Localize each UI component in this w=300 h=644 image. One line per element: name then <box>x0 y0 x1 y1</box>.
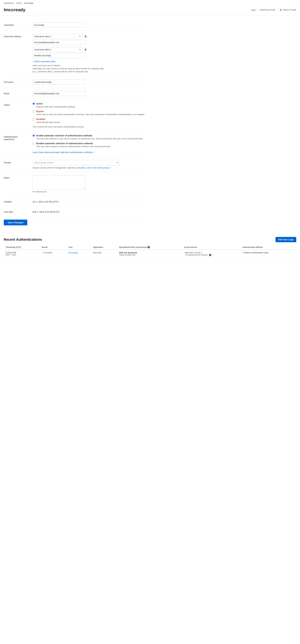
created-value: Jul 1, 2022 2:43 PM (UTC) <box>32 199 146 203</box>
breadcrumb-dashboard[interactable]: Dashboard <box>4 2 14 4</box>
username-aliases-content: Username alias 1 ▼ 🗑 Username alias 2 ▼ <box>32 34 146 73</box>
delete-alias-2-button[interactable]: 🗑 <box>84 48 88 52</box>
email-row: Email <box>4 88 146 99</box>
notes-label: Notes <box>4 175 29 179</box>
col-auth-method: Authentication Method <box>241 245 296 250</box>
auth-option-manual: Disable automatic selection of authentic… <box>32 142 146 148</box>
risk-sub: Newly enrolled user <box>119 254 180 256</box>
status-bypass-radio[interactable] <box>32 110 35 112</box>
header-sep-1: | <box>257 8 258 11</box>
col-application: Application <box>91 245 117 250</box>
cell-access-device: › Mac OS X 10.15.7 As reported by the br… <box>182 250 241 258</box>
status-bypass-label[interactable]: Bypass <box>36 110 44 112</box>
col-access-device: Access Device <box>182 245 241 250</box>
form-container: Username Username aliases Username alias… <box>0 16 150 234</box>
username-aliases-label: Username aliases <box>4 34 29 38</box>
access-device-wrap: › Mac OS X 10.15.7 As reported by the br… <box>184 252 239 256</box>
cell-result: ✓ Enrolled <box>40 250 67 258</box>
auth-manual-desc: This user will be asked to select an aut… <box>36 145 146 148</box>
col-user: User <box>67 245 91 250</box>
result-label: Enrolled <box>44 252 52 254</box>
recent-auth-table: Timestamp (UTC) Result User Application … <box>4 245 296 258</box>
logs-link[interactable]: Logs <box>251 8 256 11</box>
auth-auto-radio[interactable] <box>32 134 35 137</box>
alias-row-1: Username alias 1 ▼ 🗑 <box>32 34 146 39</box>
user-link[interactable]: lmccready <box>69 252 78 254</box>
full-name-input[interactable] <box>32 80 86 84</box>
application-link[interactable]: Web SDK <box>93 252 102 254</box>
groups-select[interactable]: Select group names <box>32 160 120 165</box>
cell-auth-method: › Platform authenticator (2fa) <box>241 250 296 258</box>
username-label: Username <box>4 22 29 26</box>
add-alias-link[interactable]: + Add a username alias <box>32 60 55 63</box>
auth-auto-row: Enable automatic selection of authentica… <box>32 134 146 137</box>
status-active-desc: Require multi-factor authentication (def… <box>36 105 146 108</box>
last-login-content: Feb 7, 2024 3:24 PM (UTC) <box>32 210 146 213</box>
alias-select-2[interactable]: Username alias 2 <box>32 47 82 52</box>
access-device-info: Mac OS X 10.15.7 As reported by the brow… <box>185 252 211 256</box>
breadcrumb: Dashboard › Users › lmccready <box>0 0 300 6</box>
created-row: Created Jul 1, 2022 2:43 PM (UTC) <box>4 196 146 206</box>
save-changes-button[interactable]: Save Changes <box>4 220 27 225</box>
risk-policy-info-icon[interactable]: i <box>148 246 150 248</box>
status-disabled-label[interactable]: Disabled <box>36 118 45 120</box>
send-duo-push-link[interactable]: Send Duo Push <box>260 8 275 11</box>
auth-option-auto: Enable automatic selection of authentica… <box>32 134 146 140</box>
groups-row: Groups Select group names ▼ Groups can b… <box>4 157 146 172</box>
notes-content: For internal use. <box>32 175 146 193</box>
username-aliases-row: Username aliases Username alias 1 ▼ 🗑 <box>4 31 146 76</box>
groups-learn-more-text: Learn more about groups <box>86 166 109 169</box>
notes-row: Notes For internal use. <box>4 172 146 196</box>
groups-label: Groups <box>4 160 29 164</box>
alias-hint-3: (e.g., Username alias 1 should only be u… <box>32 70 146 73</box>
groups-external-icon: ↗ <box>110 167 111 169</box>
send-to-trash-link[interactable]: 🗑 Send to Trash <box>280 8 296 11</box>
notes-hint: For internal use. <box>32 190 146 193</box>
last-login-value: Feb 7, 2024 3:24 PM (UTC) <box>32 210 146 213</box>
auth-manual-label[interactable]: Disable automatic selection of authentic… <box>36 142 93 145</box>
username-input[interactable] <box>32 22 86 28</box>
groups-hint-text: Groups can be used for management, repor… <box>32 166 86 169</box>
full-user-logs-button[interactable]: Full User Logs <box>276 237 296 242</box>
auth-method-arrow-icon: › <box>242 252 243 254</box>
auth-auto-label[interactable]: Enable automatic selection of authentica… <box>36 134 92 137</box>
auth-learn-more-link[interactable]: Learn more about automatic selection aut… <box>32 151 94 154</box>
auth-radio-group: Enable automatic selection of authentica… <box>32 134 146 148</box>
status-bypass-row: Bypass <box>32 110 146 112</box>
status-active-radio[interactable] <box>32 102 35 105</box>
email-input[interactable] <box>32 91 86 96</box>
groups-learn-more-link[interactable]: Learn more about groups ↗ <box>86 166 111 169</box>
auth-learn-more-text: Learn more about automatic selection aut… <box>32 151 92 154</box>
breadcrumb-sep-2: › <box>22 2 23 4</box>
timestamp-main: 3:25:02 PM <box>6 252 38 254</box>
access-device-name: Mac OS X 10.15.7 <box>185 252 211 254</box>
status-active-label[interactable]: Active <box>36 102 43 105</box>
auth-manual-radio[interactable] <box>32 142 35 145</box>
delete-alias-1-button[interactable]: 🗑 <box>84 34 88 39</box>
col-timestamp: Timestamp (UTC) <box>4 245 40 250</box>
alias-hint-2: Optionally, you may choose to reserve us… <box>32 67 146 70</box>
created-label: Created <box>4 199 29 203</box>
timestamp-sub: FEB 7, 2024 <box>6 254 38 256</box>
email-label: Email <box>4 91 29 95</box>
groups-content: Select group names ▼ Groups can be used … <box>32 160 146 169</box>
alias-2-input[interactable] <box>32 53 86 58</box>
access-device-info-icon[interactable]: i <box>209 254 211 256</box>
col-result: Result <box>40 245 67 250</box>
status-disabled-row: Disabled <box>32 118 146 120</box>
access-device-sub-text: As reported by the browser <box>185 254 208 256</box>
status-disabled-radio[interactable] <box>32 118 35 120</box>
auth-auto-desc: The last-used method or most secure meth… <box>36 137 146 140</box>
alias-select-1[interactable]: Username alias 1 <box>32 34 82 39</box>
groups-select-wrap: Select group names ▼ <box>32 160 120 165</box>
alias-1-input[interactable] <box>32 40 86 45</box>
page-title: lmccready <box>4 7 25 12</box>
notes-textarea[interactable] <box>32 175 86 190</box>
recent-auth-section: Recent Authentications Full User Logs Ti… <box>0 234 300 261</box>
breadcrumb-current: lmccready <box>24 2 33 4</box>
auth-method-wrap: › Platform authenticator (2fa) <box>242 252 294 254</box>
alias-select-wrap-2: Username alias 2 ▼ <box>32 47 82 52</box>
external-link-icon: ↗ <box>93 151 94 154</box>
breadcrumb-sep-1: › <box>15 2 15 4</box>
breadcrumb-users[interactable]: Users <box>16 2 21 4</box>
